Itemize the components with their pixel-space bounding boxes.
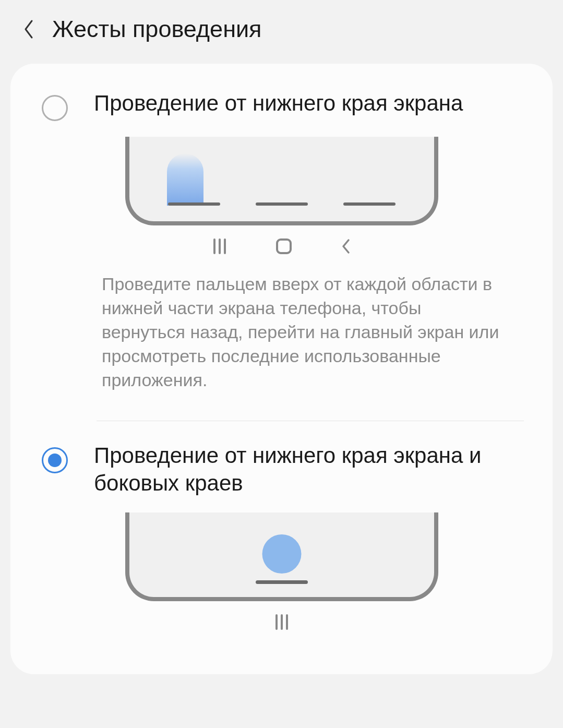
header: Жесты проведения [0, 0, 563, 64]
recents-icon [274, 614, 290, 630]
recents-icon [212, 238, 227, 254]
gesture-bar-icon [256, 202, 308, 206]
divider [97, 421, 524, 421]
touch-indicator-icon [262, 534, 301, 574]
options-card: Проведение от нижнего края экрана [10, 64, 553, 674]
radio-row[interactable]: Проведение от нижнего края экрана и боко… [42, 442, 521, 497]
radio-checked-icon [42, 447, 68, 473]
radio-row[interactable]: Проведение от нижнего края экрана [42, 90, 521, 121]
phone-frame-icon [125, 137, 438, 225]
gesture-bar-icon [256, 580, 308, 584]
page-title: Жесты проведения [52, 16, 261, 43]
option-description: Проведите пальцем вверх от каждой област… [42, 265, 521, 392]
swipe-up-indicator-icon [167, 153, 203, 206]
gesture-bar-icon [343, 202, 396, 206]
back-nav-icon [341, 238, 351, 254]
option-label: Проведение от нижнего края экрана и боко… [94, 442, 521, 497]
back-button[interactable] [21, 19, 37, 40]
gesture-preview-bottom [125, 137, 438, 265]
gesture-bar-icon [168, 202, 220, 206]
option-label: Проведение от нижнего края экрана [94, 90, 463, 117]
gesture-preview-bottom-sides [125, 512, 438, 640]
phone-frame-icon [125, 512, 438, 601]
radio-unchecked-icon [42, 95, 68, 121]
home-icon [276, 238, 292, 254]
option-swipe-bottom: Проведение от нижнего края экрана [10, 85, 553, 405]
chevron-left-icon [22, 19, 35, 40]
option-swipe-bottom-sides: Проведение от нижнего края экрана и боко… [10, 437, 553, 653]
